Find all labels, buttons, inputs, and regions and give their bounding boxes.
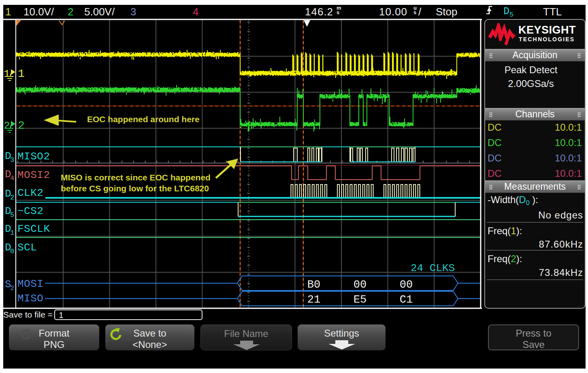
svg-text:21: 21 <box>307 294 320 306</box>
svg-text:1: 1 <box>18 68 25 80</box>
svg-text:MOSI: MOSI <box>17 278 43 290</box>
svg-text:C1: C1 <box>400 294 413 306</box>
svg-text:FSCLK: FSCLK <box>17 223 50 235</box>
svg-text:24 CLKS: 24 CLKS <box>411 262 455 274</box>
svg-text:2: 2 <box>10 284 14 292</box>
svg-text:4: 4 <box>10 174 14 182</box>
svg-text:5: 5 <box>10 211 14 219</box>
svg-text:before CS going low for the LT: before CS going low for the LTC6820 <box>61 184 209 193</box>
svg-text:~CS2: ~CS2 <box>17 205 43 217</box>
svg-text:00: 00 <box>354 279 366 291</box>
svg-text:0: 0 <box>10 248 14 255</box>
svg-text:MOSI2: MOSI2 <box>17 169 50 181</box>
svg-text:EOC happened around here: EOC happened around here <box>87 114 200 124</box>
svg-text:E5: E5 <box>354 294 366 306</box>
svg-text:1: 1 <box>10 229 14 237</box>
svg-text:B0: B0 <box>307 279 320 291</box>
svg-text:3: 3 <box>10 156 14 164</box>
svg-text:SCL: SCL <box>17 242 37 254</box>
svg-text:2: 2 <box>10 194 14 201</box>
svg-text:MISO is correct since EOC happ: MISO is correct since EOC happened <box>61 173 211 182</box>
svg-text:MISO: MISO <box>17 292 43 305</box>
svg-text:CLK2: CLK2 <box>17 187 43 199</box>
svg-text:00: 00 <box>400 279 413 291</box>
svg-text:MISO2: MISO2 <box>17 150 50 163</box>
svg-text:2: 2 <box>18 119 25 132</box>
